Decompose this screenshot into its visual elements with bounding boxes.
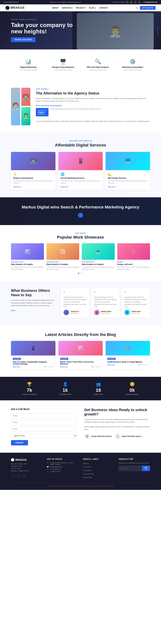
logo[interactable]: MRAKUS [6,6,25,10]
cs-label-1: Design Marketing Solution [91,435,112,437]
footer-newsletter-title: Newsletter [119,458,150,460]
services-field-group: Digital services SEO Web Design Marketin… [11,433,77,438]
service-link-3[interactable]: Read more → [108,186,117,188]
nav-blog[interactable]: BLOG ▾ [89,7,96,9]
digital-marketing-agency-icon: 💡 [115,433,121,439]
footer-contact-title: Get In Touch [47,458,77,460]
email-input[interactable] [11,426,77,431]
blog-name-1: How To Create a Sustainable Instagram Co… [13,361,54,365]
footer-email: ✉️ mrakus@gmail.com [47,466,77,468]
logo-icon [6,6,10,10]
blog-actions-2: Read more 💬 0 Comments [60,366,101,368]
feature-design: 🖥️ Design & Development Lorem ipsum dolo… [46,55,80,74]
author-name-3: Yashir Nasir [131,310,141,312]
contact-form-title: Get a Call Back [11,408,77,410]
blog-card-1: 📱 By Admin How To Create a Sustainable I… [11,341,55,370]
testi-author-3: 👤 Yashir Nasir ★★★★★ [124,310,147,315]
blog-img-2: 📊 [58,341,103,356]
footer-twitter[interactable]: t [17,474,21,478]
instagram-icon[interactable]: in [130,1,133,4]
nav-contact[interactable]: CONTACT [99,7,108,9]
design-marketing-icon: 🎨 [84,433,90,439]
footer-links-list: About Us Our Services Our Portfolio Comm… [83,462,113,478]
service-desc-3: Lorem ipsum dolor sit amet consectetur a… [108,180,148,184]
blog-read-3[interactable]: Read more [107,364,115,366]
follow-text: Follow Us Social [113,1,125,3]
location-icon: 📍 [47,462,49,465]
footer-link-about[interactable]: About Us [83,462,113,464]
portfolio-pagination [11,273,150,274]
services-grid: 👨‍💻 ⚡ Design & Development Lorem ipsum d… [11,152,150,190]
footer-linkedin[interactable]: in [22,474,26,478]
specialist-box: Services For Digital Marketing [36,108,48,116]
phone2-icon: 📞 [47,471,49,472]
footer-facebook[interactable]: f [11,474,15,478]
footer-social: f t in [11,474,41,478]
service-body-3: 📐 Web Design Services Lorem ipsum dolor … [106,170,150,190]
design-icon: 🖥️ [48,58,77,64]
service-link-1[interactable]: Read more → [13,186,23,188]
banner-prev[interactable]: ‹ [78,213,83,218]
navbar: MRAKUS ABOUT SERVICES ▾ PROJECT ▾ BLOG ▾… [0,4,161,11]
portfolio-cat-3: Data Analytics [82,261,115,263]
testimonials-inner: What Business Others Have to Say Lorem i… [11,288,150,318]
testimonials-more[interactable]: more... [11,310,17,311]
page-dot-3[interactable] [82,273,83,274]
search-icon[interactable]: 🔍 [136,7,138,9]
stat-team: 👥 16 Expert Team [94,382,103,395]
nav-project[interactable]: PROJECT ▾ [76,7,86,9]
top-social: Follow Us Social f in t li +1 (310) 61 6… [113,1,157,4]
contact-section: Get a Call Back Digital services SEO Web… [0,400,161,453]
stat-customers-num: 0k [125,388,139,393]
nav-about[interactable]: ABOUT [52,7,59,9]
phone-field-group [11,420,77,425]
portfolio-desc-4: Lorem ipsum dolor sit amet consectetur a… [117,266,150,270]
blog-meta-1: 💬 0 Comments [44,366,54,368]
footer-link-services[interactable]: Our Services [83,466,113,468]
phone-input[interactable] [11,420,77,425]
feature-automation: ⚙️ Marketing Automation Lorem ipsum dolo… [115,55,150,74]
portfolio-card-3: 💻 Data Analytics Data Analytics & Insigh… [82,243,115,270]
footer-link-privacy[interactable]: Privacy Policy [83,476,113,478]
testi-text-2: Very good training. help me to understan… [94,296,117,308]
footer: MRAKUS Mon-Tue: 10:00d - 0:001Thursday -… [0,453,161,490]
enquiry-button[interactable]: ENQUIRY [11,440,28,446]
stat-projects-num: 7k [22,388,37,393]
footer-link-portfolio[interactable]: Our Portfolio [83,469,113,472]
portfolio-img-3: 💻 [82,243,115,260]
service-link-2[interactable]: Read more → [60,186,70,188]
newsletter-email-input[interactable] [119,466,142,471]
stars-1: ★★★★★ [70,312,79,314]
seo-icon: 🔍 [84,58,113,64]
stats-section: 🏆 7k Projects Completed 👤 1k Consultant … [0,377,161,400]
hero-title: Take your company to new heights! [11,22,73,35]
blog-body-1: By Admin How To Create a Sustainable Ins… [11,356,55,370]
blog-read-1[interactable]: Read more [13,366,20,368]
facebook-icon[interactable]: f [126,1,129,4]
service-desc-1: Lorem ipsum dolor sit amet consectetur a… [13,180,53,184]
contact-service-2: 💡 Digital Marketing Agency [115,433,141,439]
pg-bar-2 [157,31,158,34]
blog-cat-3: By Admin [107,358,115,360]
portfolio-name-4: Design craft work [117,263,150,265]
hero-subtitle: GROW YOUR BUSINESS [11,18,73,20]
page-dot-1[interactable] [78,273,79,274]
twitter-icon[interactable]: t [134,1,137,4]
stat-consultants-num: 1k [59,388,71,393]
hero-cta-button[interactable]: DIGITAL SOLUTION [11,37,36,42]
name-input[interactable] [11,414,77,418]
services-select[interactable]: Digital services SEO Web Design Marketin… [11,433,77,438]
services-title: Affordable Digital Services [11,143,150,148]
blog-read-2[interactable]: Read more [60,366,68,368]
get-quote-button[interactable]: GET A QUOTE [140,6,155,10]
stat-customers: 😊 0k Happy Customers [125,382,139,395]
linkedin-icon[interactable]: li [138,1,141,4]
page-dot-2[interactable] [80,273,81,274]
testi-text-1: Very good training. help me to understan… [63,296,87,308]
stat-projects-label: Projects Completed [22,394,37,395]
portfolio-cat-4: Design [117,261,150,263]
footer-link-blog[interactable]: Community Blog [83,472,113,475]
nav-services[interactable]: SERVICES ▾ [62,7,72,9]
newsletter-signup-button[interactable]: SIGN UP [142,466,150,471]
author-name-2: Hafidh Abdul [101,310,111,312]
